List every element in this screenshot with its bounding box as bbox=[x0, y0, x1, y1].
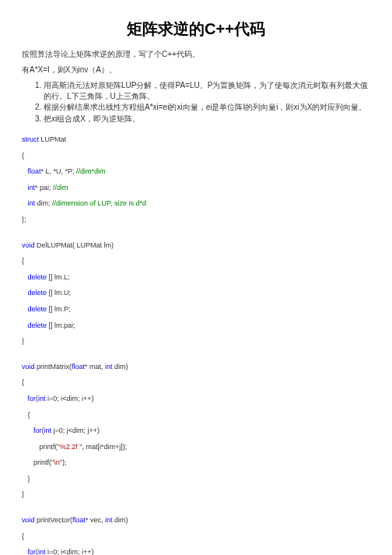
code-line: }; bbox=[22, 215, 370, 225]
intro-line-1: 按照算法导论上矩阵求逆的原理，写了个C++代码。 bbox=[22, 49, 370, 60]
code-type: int bbox=[38, 395, 46, 402]
code-kw: for bbox=[33, 427, 42, 434]
code-line: { bbox=[22, 410, 370, 420]
code-comment: //dim*dim bbox=[76, 167, 106, 175]
code-text: dim) bbox=[113, 363, 128, 371]
code-type: int bbox=[28, 199, 36, 207]
code-text: ); bbox=[62, 458, 67, 466]
code-type: float bbox=[72, 516, 86, 524]
code-text: printf( bbox=[22, 458, 51, 466]
step-item: 用高斯消元法对原矩阵LUP分解，使得PA=LU。P为置换矩阵，为了使每次消元时取… bbox=[44, 80, 370, 101]
code-block: struct LUPMat { float* L, *U, *P; //dim*… bbox=[22, 135, 370, 555]
code-kw: for bbox=[28, 395, 37, 402]
code-line: } bbox=[22, 474, 370, 484]
code-kw: delete bbox=[28, 321, 47, 329]
code-text: printVector( bbox=[35, 516, 73, 524]
steps-list: 用高斯消元法对原矩阵LUP分解，使得PA=LU。P为置换矩阵，为了使每次消元时取… bbox=[22, 80, 370, 124]
code-text: printMatrix( bbox=[35, 363, 72, 371]
code-kw: struct bbox=[22, 135, 39, 143]
step-item: 根据分解结果求出线性方程组A*xi=ei的xi向量，ei是单位阵I的列向量i，则… bbox=[44, 102, 370, 113]
code-kw: void bbox=[22, 241, 35, 249]
code-line: { bbox=[22, 151, 370, 161]
step-item: 把xi组合成X，即为逆矩阵。 bbox=[44, 114, 370, 125]
code-line: { bbox=[22, 378, 370, 388]
code-type: float bbox=[72, 363, 85, 371]
code-str: "\n" bbox=[51, 458, 62, 466]
code-text: * L, *U, *P; bbox=[41, 167, 77, 175]
code-text: i=0; i<dim; i++) bbox=[46, 395, 94, 402]
code-text: * pai; bbox=[35, 184, 53, 191]
code-kw: delete bbox=[28, 273, 47, 281]
code-line: { bbox=[22, 532, 370, 542]
code-text: , mat[i*dim+j]); bbox=[82, 443, 127, 451]
code-kw: delete bbox=[28, 289, 47, 297]
code-text: dim) bbox=[113, 516, 128, 524]
code-line: { bbox=[22, 256, 370, 266]
code-text: LUPMat bbox=[39, 135, 66, 143]
code-text: dim; bbox=[35, 199, 52, 207]
code-comment: //dimension of LUP, size is d*d bbox=[52, 199, 146, 207]
code-comment: //dim bbox=[53, 184, 68, 191]
page-title: 矩阵求逆的C++代码 bbox=[22, 19, 370, 40]
code-text: * vec, bbox=[86, 516, 105, 524]
code-line: } bbox=[22, 336, 370, 346]
code-text: [] lm.U; bbox=[47, 289, 71, 297]
code-kw: delete bbox=[28, 305, 47, 313]
code-type: int bbox=[105, 516, 113, 524]
code-text: j=0; j<dim; j++) bbox=[51, 427, 100, 434]
code-type: int bbox=[28, 184, 36, 191]
code-type: float bbox=[28, 167, 41, 175]
code-kw: void bbox=[22, 363, 35, 371]
code-text: [] lm.L; bbox=[47, 273, 70, 281]
code-text: i=0; i<dim; i++) bbox=[46, 548, 94, 555]
code-text: DelLUPMat( LUPMat lm) bbox=[35, 241, 114, 249]
code-kw: void bbox=[22, 516, 35, 524]
intro-line-2: 有A*X=I，则X为inv（A）。 bbox=[22, 65, 370, 76]
code-text: printf( bbox=[22, 443, 58, 451]
code-str: "%2.2f " bbox=[58, 443, 82, 451]
code-text: * mat, bbox=[85, 363, 105, 371]
code-kw: for bbox=[28, 548, 37, 555]
code-text: [] lm.pai; bbox=[47, 321, 75, 329]
code-text: [] lm.P; bbox=[47, 305, 71, 313]
code-type: int bbox=[105, 363, 113, 371]
code-type: int bbox=[38, 548, 46, 555]
code-type: int bbox=[44, 427, 52, 434]
code-line: } bbox=[22, 490, 370, 500]
